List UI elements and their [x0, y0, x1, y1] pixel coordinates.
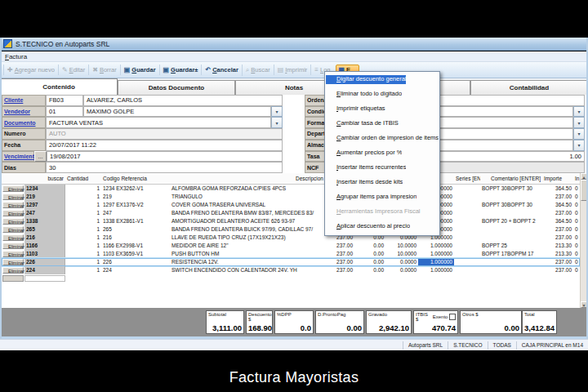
- cell-pct-com[interactable]: 1.000000: [418, 242, 454, 250]
- cell-pct-desc[interactable]: 10.0000: [385, 250, 418, 258]
- cell-buscar[interactable]: 219: [24, 193, 65, 201]
- cell-series[interactable]: [454, 242, 480, 250]
- cell-buscar[interactable]: 247: [24, 209, 65, 217]
- cell-pct-com[interactable]: 1.000000: [418, 250, 454, 258]
- cell-codigo[interactable]: 1103 EX3659-V1: [101, 250, 170, 258]
- cell-descripcion[interactable]: LLAVE DE RUEDA TIPO CRUZ (17X19X21X23): [170, 234, 325, 242]
- menu-item[interactable]: Aplicar descuento al precio: [326, 222, 410, 231]
- cell-comentario[interactable]: [480, 209, 542, 217]
- cell-buscar[interactable]: 1103: [24, 250, 65, 258]
- table-row[interactable]: Eliminar 1234 1 1234 EX3262-V1 ALFOMBRA …: [2, 185, 580, 193]
- cell-comentario[interactable]: [480, 258, 542, 266]
- tab[interactable]: Datos Documento: [118, 80, 235, 95]
- toolbar-button[interactable]: ✚ Agregar nuevo: [3, 65, 58, 75]
- toolbar-button[interactable]: ▤ Imprimir: [274, 65, 311, 75]
- table-row[interactable]: Eliminar 226 1 226 RESISTENCIA 12V. 237.…: [2, 258, 580, 266]
- table-row[interactable]: Eliminar 1166 1 1166 EX2998-V1 MEDIDOR D…: [2, 242, 580, 250]
- cell-descripcion[interactable]: AMORTIGUADOR DELANTERO ACEITE 626 93-97: [170, 217, 325, 225]
- cell-series[interactable]: [454, 217, 480, 225]
- combo-arrow-icon[interactable]: ▾: [573, 140, 585, 151]
- menu-item[interactable]: Insertar items recurrentes: [326, 163, 406, 172]
- table-row[interactable]: Eliminar 265 1 265 BANDA FRENO DELANTERA…: [2, 225, 580, 234]
- cell-precio[interactable]: 237.00: [325, 242, 354, 250]
- cell-precio[interactable]: 237.00: [325, 266, 354, 274]
- cell-importe[interactable]: 364.50: [542, 201, 573, 209]
- vencimiento-label[interactable]: Vencimiento: [2, 151, 34, 163]
- cell-codigo[interactable]: 1338 EX2861-V1: [101, 217, 170, 225]
- table-row[interactable]: Eliminar 1103 1 1103 EX3659-V1 PUSH BUTT…: [2, 250, 580, 258]
- cell-buscar[interactable]: 1166: [24, 242, 65, 250]
- cell-importe[interactable]: 237.00: [542, 234, 573, 242]
- vencimiento-input[interactable]: 19/08/2017: [47, 151, 283, 163]
- cell-descripcion[interactable]: ALFOMBRA GOMA REFORZADA C/PIES 4PCS: [170, 185, 325, 193]
- delete-row-button[interactable]: Eliminar: [2, 226, 24, 233]
- cell-comentario[interactable]: BOPPT 20 + BOPPT 2: [480, 217, 542, 225]
- grid-header-cell[interactable]: Series [ENTER]: [454, 173, 480, 184]
- grid-header-cell[interactable]: Cantidad: [65, 173, 101, 184]
- cell-comentario[interactable]: BOPPT 17BOPPM 17: [480, 250, 542, 258]
- cell-descripcion[interactable]: BANDA FRENO DELANTERA BUICK 97/99, CADIL…: [170, 225, 325, 234]
- vendedor-name-input[interactable]: MAXIMO GOLPE: [83, 106, 271, 118]
- fecha-input[interactable]: 20/07/2017 11:22: [46, 140, 283, 151]
- cell-codigo[interactable]: 1234 EX3262-V1: [101, 185, 170, 193]
- toolbar-button[interactable]: ▣ Guardar: [120, 65, 159, 75]
- cell-desc-und[interactable]: 0.00: [354, 258, 385, 266]
- cell-series[interactable]: [454, 209, 480, 217]
- cell-descripcion[interactable]: COVER GOMA TRASERA UNIVERSAL: [170, 201, 325, 209]
- cell-cantidad[interactable]: 1: [65, 193, 101, 201]
- cell-cantidad[interactable]: 1: [65, 250, 101, 258]
- menu-item[interactable]: Eliminar todo lo digitado: [326, 90, 402, 99]
- cell-importe[interactable]: 364.50: [542, 185, 573, 193]
- combo-arrow-icon[interactable]: ▾: [573, 128, 585, 140]
- cell-series[interactable]: [454, 193, 480, 201]
- grid-header-cell[interactable]: Codigo Referencia: [101, 173, 170, 184]
- cell-precio[interactable]: 237.00: [325, 258, 354, 266]
- cell-series[interactable]: [454, 185, 480, 193]
- cell-series[interactable]: [454, 258, 480, 266]
- delete-row-button[interactable]: Eliminar: [2, 185, 24, 192]
- cell-desc-und[interactable]: 0.00: [354, 242, 385, 250]
- table-row[interactable]: Eliminar 216 1 216 LLAVE DE RUEDA TIPO C…: [2, 234, 580, 242]
- cliente-code-input[interactable]: FB03: [46, 95, 83, 106]
- cell-descripcion[interactable]: RESISTENCIA 12V.: [170, 258, 325, 266]
- cell-descripcion[interactable]: SWITCH ENCENDIDO CON CALENTADOR 24V. YH: [170, 266, 325, 274]
- menu-item[interactable]: Herramientas Impresora Fiscal: [326, 207, 421, 216]
- menu-item[interactable]: Cambiar orden de impresion de items: [326, 134, 439, 143]
- cell-desc-und[interactable]: 0.00: [354, 250, 385, 258]
- delete-row-button[interactable]: Eliminar: [2, 202, 24, 208]
- cell-buscar[interactable]: 265: [24, 225, 65, 234]
- table-row[interactable]: Eliminar 247 1 247 BANDA FRENO DELANTERA…: [2, 209, 580, 217]
- table-row[interactable]: Eliminar 219 1 219 TRIANGULO 237.00 0.00…: [2, 193, 580, 201]
- cell-importe[interactable]: 237.00: [542, 258, 573, 266]
- cliente-name-input[interactable]: ALVAREZ, CARLOS: [83, 95, 283, 106]
- cell-comentario[interactable]: [480, 193, 542, 201]
- cell-buscar[interactable]: 224: [24, 266, 65, 274]
- grid-header-cell[interactable]: Descripcion: [170, 173, 325, 184]
- cell-importe[interactable]: 237.00: [542, 193, 573, 201]
- table-row[interactable]: Eliminar 224 1 224 SWITCH ENCENDIDO CON …: [2, 266, 580, 274]
- cell-importe[interactable]: 213.30: [542, 242, 573, 250]
- tab[interactable]: Contabilidad: [470, 80, 588, 95]
- cell-codigo[interactable]: 265: [101, 225, 170, 234]
- cell-importe[interactable]: 237.00: [542, 266, 573, 274]
- cell-series[interactable]: [454, 250, 480, 258]
- grid-header-cell[interactable]: buscar: [24, 173, 65, 184]
- grid-header-cell[interactable]: In: [573, 173, 580, 184]
- cliente-label[interactable]: Cliente: [2, 95, 46, 106]
- cell-cantidad[interactable]: 1: [65, 201, 101, 209]
- delete-row-button[interactable]: Eliminar: [2, 194, 24, 200]
- menu-item[interactable]: Agrupar items para impresion: [326, 193, 416, 202]
- toolbar-button[interactable]: ↶ Cancelar: [201, 65, 241, 75]
- dias-input[interactable]: 30: [46, 162, 283, 173]
- cell-buscar[interactable]: 226: [24, 258, 65, 266]
- grid-header-cell[interactable]: [2, 173, 24, 184]
- cell-importe[interactable]: 364.50: [542, 217, 573, 225]
- delete-row-button[interactable]: Eliminar: [2, 234, 24, 241]
- table-row[interactable]: Eliminar 1338 1 1338 EX2861-V1 AMORTIGUA…: [2, 217, 580, 225]
- cell-comentario[interactable]: BOPPT 30BOPPT 30: [480, 185, 542, 193]
- delete-row-button[interactable]: Eliminar: [2, 267, 24, 274]
- cell-buscar[interactable]: 1234: [24, 185, 65, 193]
- cell-series[interactable]: [454, 266, 480, 274]
- cell-comentario[interactable]: [480, 225, 542, 234]
- cell-codigo[interactable]: 219: [101, 193, 170, 201]
